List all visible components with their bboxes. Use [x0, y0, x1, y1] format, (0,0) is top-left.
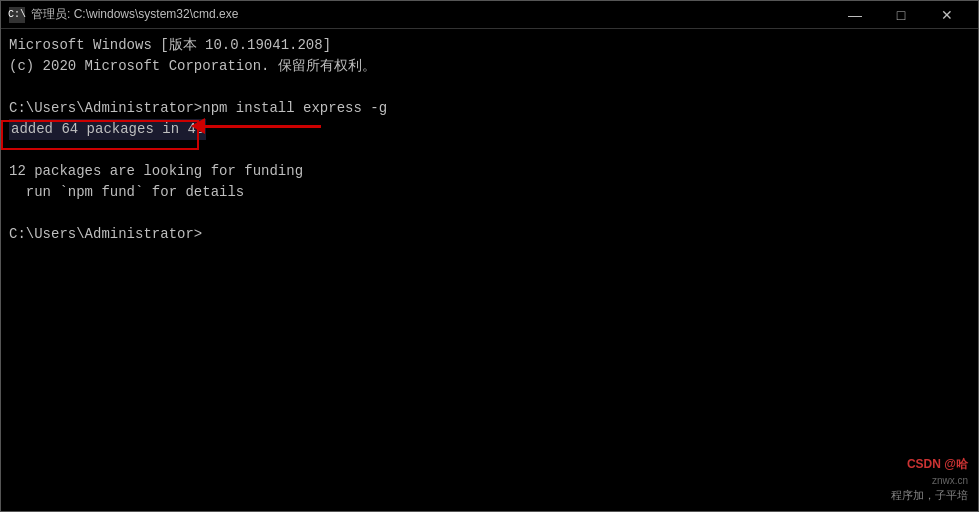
terminal-line-5 [9, 140, 970, 161]
terminal-line-2 [9, 77, 970, 98]
arrow-line [201, 125, 321, 128]
watermark-csdn-line: CSDN @哈 [907, 456, 968, 473]
terminal-line-8 [9, 203, 970, 224]
watermark: CSDN @哈 znwx.cn 程序加，子平培 [891, 456, 968, 503]
title-bar-controls: — □ ✕ [832, 1, 970, 29]
terminal-line-3: C:\Users\Administrator>npm install expre… [9, 98, 970, 119]
window-title: 管理员: C:\windows\system32\cmd.exe [31, 6, 238, 23]
watermark-sub-text: 程序加，子平培 [891, 488, 968, 503]
terminal-line-6: 12 packages are looking for funding [9, 161, 970, 182]
close-button[interactable]: ✕ [924, 1, 970, 29]
watermark-site-text: znwx.cn [932, 475, 968, 486]
highlighted-output: added 64 packages in 4s [9, 119, 206, 140]
terminal-line-7: run `npm fund` for details [9, 182, 970, 203]
minimize-button[interactable]: — [832, 1, 878, 29]
watermark-sub-line: 程序加，子平培 [891, 488, 968, 503]
annotation-arrow [201, 125, 321, 128]
terminal-line-1: (c) 2020 Microsoft Corporation. 保留所有权利。 [9, 56, 970, 77]
watermark-csdn-text: CSDN @哈 [907, 456, 968, 473]
cmd-window: C:\ 管理员: C:\windows\system32\cmd.exe — □… [0, 0, 979, 512]
title-bar: C:\ 管理员: C:\windows\system32\cmd.exe — □… [1, 1, 978, 29]
title-bar-left: C:\ 管理员: C:\windows\system32\cmd.exe [9, 6, 238, 23]
terminal-line-9: C:\Users\Administrator> [9, 224, 970, 245]
terminal-line-0: Microsoft Windows [版本 10.0.19041.208] [9, 35, 970, 56]
watermark-site-line: znwx.cn [932, 475, 968, 486]
cmd-icon: C:\ [9, 7, 25, 23]
terminal-body[interactable]: Microsoft Windows [版本 10.0.19041.208] (c… [1, 29, 978, 511]
terminal-line-highlighted: added 64 packages in 4s [9, 119, 970, 140]
maximize-button[interactable]: □ [878, 1, 924, 29]
